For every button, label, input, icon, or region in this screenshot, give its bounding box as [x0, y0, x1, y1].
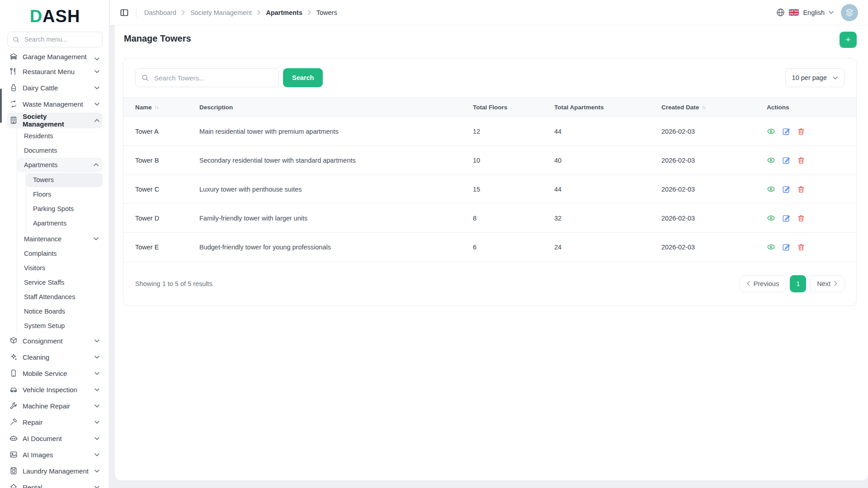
column-total-floors: Total Floors — [473, 104, 507, 111]
previous-label: Previous — [754, 280, 779, 287]
tower-name: Tower D — [123, 204, 199, 233]
tower-total-floors: 15 — [473, 175, 554, 204]
chevron-up-icon — [94, 119, 99, 122]
sidebar-item-documents[interactable]: Documents — [17, 143, 103, 158]
sidebar-item-system-setup[interactable]: System Setup — [17, 319, 103, 333]
view-button[interactable] — [767, 127, 775, 136]
tower-total-apartments: 32 — [554, 204, 661, 233]
breadcrumb-society-management[interactable]: Society Management — [190, 9, 252, 16]
edit-button[interactable] — [782, 185, 790, 193]
search-button[interactable]: Search — [283, 68, 323, 87]
sidebar-item-society-management[interactable]: Society Management — [7, 113, 103, 128]
building-icon — [9, 116, 18, 124]
previous-page-button[interactable]: Previous — [740, 275, 786, 292]
sidebar-item-dairy-cattle[interactable]: Dairy Cattle — [7, 80, 103, 96]
breadcrumb-towers: Towers — [316, 9, 337, 16]
delete-button[interactable] — [797, 243, 805, 251]
sidebar-item-garage-management[interactable]: Garage Management — [7, 50, 103, 63]
garage-icon — [9, 52, 18, 61]
delete-button[interactable] — [797, 185, 805, 193]
sort-icon[interactable]: ↑↓ — [702, 104, 706, 110]
sort-icon[interactable]: ↑↓ — [155, 104, 159, 110]
home-icon — [9, 483, 18, 488]
sidebar-item-repair[interactable]: Repair — [7, 414, 103, 430]
sidebar-item-machine-repair[interactable]: Machine Repair — [7, 398, 103, 414]
edit-pencil-icon — [782, 156, 790, 164]
sidebar-item-consignment[interactable]: Consignment — [7, 333, 103, 349]
pagination-controls: Previous 1 Next — [740, 275, 844, 292]
language-selector[interactable]: English — [776, 8, 834, 17]
sidebar-item-laundry-management[interactable]: Laundry Management — [7, 463, 103, 479]
tower-total-floors: 12 — [473, 117, 554, 146]
add-tower-button[interactable]: + — [840, 32, 857, 48]
sidebar-item-service-staffs[interactable]: Service Staffs — [17, 275, 103, 290]
view-button[interactable] — [767, 243, 775, 251]
sidebar-item-notice-boards[interactable]: Notice Boards — [17, 304, 103, 319]
sidebar-scrollbar[interactable] — [0, 89, 2, 123]
sidebar-item-waste-management[interactable]: Waste Management — [7, 96, 103, 112]
column-actions: Actions — [767, 104, 789, 111]
sidebar-item-label: Residents — [24, 132, 53, 140]
globe-icon — [776, 8, 785, 17]
sidebar-search[interactable] — [7, 32, 103, 47]
sidebar-item-floors[interactable]: Floors — [26, 188, 103, 202]
sidebar-item-staff-attendances[interactable]: Staff Attendances — [17, 290, 103, 304]
eye-icon — [767, 156, 775, 164]
uk-flag-icon — [789, 9, 799, 16]
towers-card: Search 10 per page Name↑↓ Description To… — [123, 58, 857, 306]
topbar: Dashboard Society Management Apartments … — [110, 0, 868, 25]
view-button[interactable] — [767, 214, 775, 222]
delete-button[interactable] — [797, 214, 805, 222]
tower-total-apartments: 44 — [554, 175, 661, 204]
sidebar-item-mobile-service[interactable]: Mobile Service — [7, 366, 103, 381]
sidebar-item-residents[interactable]: Residents — [17, 129, 103, 143]
sidebar-item-maintenance[interactable]: Maintenance — [17, 232, 103, 246]
table-row: Tower A Main residential tower with prem… — [123, 117, 856, 146]
sidebar-item-label: Cleaning — [23, 353, 49, 361]
tower-total-apartments: 24 — [554, 233, 661, 262]
edit-button[interactable] — [782, 127, 790, 136]
hammer-icon — [9, 418, 18, 426]
view-button[interactable] — [767, 156, 775, 164]
page-header: Manage Towers + — [123, 32, 857, 48]
tower-name: Tower B — [123, 146, 199, 175]
next-page-button[interactable]: Next — [810, 275, 844, 292]
sidebar-item-ai-images[interactable]: AI Images — [7, 447, 103, 463]
sidebar-item-restaurant-menu[interactable]: Restaurant Menu — [7, 64, 103, 80]
user-avatar[interactable] — [841, 4, 858, 21]
edit-pencil-icon — [782, 185, 790, 193]
sidebar-item-vehicle-inspection[interactable]: Vehicle Inspection — [7, 382, 103, 398]
delete-button[interactable] — [797, 127, 805, 136]
next-label: Next — [817, 280, 830, 287]
chevron-down-icon — [94, 372, 99, 375]
sidebar-item-label: Towers — [33, 176, 54, 183]
page-1-button[interactable]: 1 — [790, 275, 806, 292]
breadcrumb-dashboard[interactable]: Dashboard — [144, 9, 176, 16]
edit-button[interactable] — [782, 156, 790, 164]
sidebar-item-rental[interactable]: Rental — [7, 479, 103, 488]
delete-button[interactable] — [797, 156, 805, 164]
sidebar-item-ai-document[interactable]: AI Document — [7, 431, 103, 446]
sidebar-item-apartments-sub[interactable]: Apartments — [26, 216, 103, 230]
edit-button[interactable] — [782, 243, 790, 251]
chevron-down-icon — [94, 437, 99, 440]
sidebar-item-parking-spots[interactable]: Parking Spots — [26, 202, 103, 216]
recycle-icon — [9, 100, 18, 108]
view-button[interactable] — [767, 185, 775, 193]
sidebar-toggle-button[interactable] — [119, 7, 130, 18]
eye-icon — [767, 185, 775, 193]
sidebar-item-visitors[interactable]: Visitors — [17, 261, 103, 275]
robot-icon — [9, 434, 18, 442]
edit-button[interactable] — [782, 214, 790, 222]
sidebar-item-complaints[interactable]: Complaints — [17, 246, 103, 261]
results-summary: Showing 1 to 5 of 5 results — [135, 280, 212, 287]
towers-search-input[interactable] — [153, 74, 273, 82]
sidebar-item-towers[interactable]: Towers — [26, 173, 103, 187]
sidebar-item-cleaning[interactable]: Cleaning — [7, 349, 103, 365]
sidebar-item-label: Laundry Management — [23, 467, 89, 475]
sidebar-search-input[interactable] — [24, 35, 97, 43]
towers-search-box[interactable] — [135, 68, 279, 87]
sidebar-item-apartments[interactable]: Apartments — [17, 158, 103, 172]
per-page-select[interactable]: 10 per page — [785, 68, 844, 87]
breadcrumb-apartments[interactable]: Apartments — [266, 9, 302, 16]
